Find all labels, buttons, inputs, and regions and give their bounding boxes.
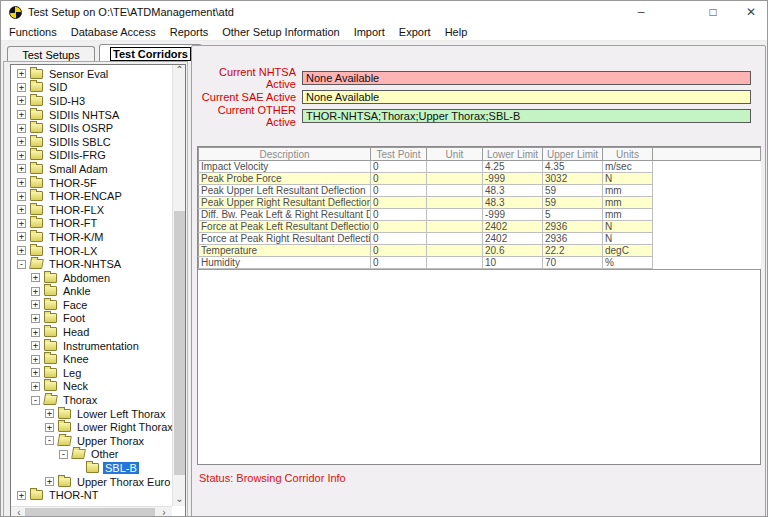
expand-plus-icon[interactable]: +	[31, 314, 40, 323]
expand-plus-icon[interactable]: +	[17, 192, 26, 201]
field-value-current-nhtsa-active[interactable]: None Available	[302, 71, 751, 85]
table-row[interactable]: Peak Upper Right Resultant Deflection048…	[199, 197, 761, 209]
tree-item-thor-flx[interactable]: +THOR-FLX	[11, 203, 172, 217]
tree-item-thor-lx[interactable]: +THOR-LX	[11, 244, 172, 258]
tree-item-sidiis-frg[interactable]: +SIDIIs-FRG	[11, 149, 172, 163]
expand-plus-icon[interactable]: +	[17, 96, 26, 105]
tree-item-face[interactable]: +Face	[11, 298, 172, 312]
tree-item-thor-nhtsa[interactable]: -THOR-NHTSA	[11, 257, 172, 271]
tree-item-sid[interactable]: +SID	[11, 81, 172, 95]
tree-item-abdomen[interactable]: +Abdomen	[11, 271, 172, 285]
expand-plus-icon[interactable]: +	[17, 178, 26, 187]
tree-item-thor-k-m[interactable]: +THOR-K/M	[11, 230, 172, 244]
table-row[interactable]: Force at Peak Right Resultant Deflection…	[199, 233, 761, 245]
table-row[interactable]: Humidity01070%	[199, 257, 761, 269]
tree-item-thor-encap[interactable]: +THOR-ENCAP	[11, 189, 172, 203]
scroll-up-icon[interactable]: ⌃	[173, 65, 186, 77]
tree-item-thor-ft[interactable]: +THOR-FT	[11, 217, 172, 231]
tree-item-lower-left-thorax[interactable]: +Lower Left Thorax	[11, 407, 172, 421]
expand-plus-icon[interactable]: +	[31, 355, 40, 364]
column-header-test-point[interactable]: Test Point	[371, 148, 427, 161]
tab-test-setups[interactable]: Test Setups	[7, 46, 95, 62]
expand-plus-icon[interactable]: +	[31, 287, 40, 296]
tree-item-sbl-b[interactable]: SBL-B	[11, 461, 172, 475]
expand-plus-icon[interactable]: +	[31, 341, 40, 350]
menu-item-help[interactable]: Help	[445, 26, 468, 38]
menu-item-export[interactable]: Export	[399, 26, 431, 38]
expand-plus-icon[interactable]: +	[45, 477, 54, 486]
vertical-scroll-thumb[interactable]	[174, 211, 185, 476]
scroll-right-icon[interactable]: ›	[158, 507, 170, 517]
field-value-current-other-active[interactable]: THOR-NHTSA;Thorax;Upper Thorax;SBL-B	[302, 109, 751, 123]
tab-test-corridors[interactable]: Test Corridors	[99, 44, 202, 62]
tree-item-neck[interactable]: +Neck	[11, 380, 172, 394]
scroll-left-icon[interactable]: ‹	[13, 507, 25, 517]
column-header-lower-limit[interactable]: Lower Limit	[483, 148, 543, 161]
column-header-description[interactable]: Description	[199, 148, 371, 161]
column-header-unit[interactable]: Unit	[427, 148, 483, 161]
tree-item-knee[interactable]: +Knee	[11, 352, 172, 366]
expand-plus-icon[interactable]: +	[17, 164, 26, 173]
tree-item-foot[interactable]: +Foot	[11, 312, 172, 326]
menu-item-database-access[interactable]: Database Access	[71, 26, 156, 38]
menu-item-functions[interactable]: Functions	[9, 26, 57, 38]
menu-item-other-setup-information[interactable]: Other Setup Information	[222, 26, 339, 38]
tree-item-sidiis-nhtsa[interactable]: +SIDIIs NHTSA	[11, 108, 172, 122]
tree-item-sidiis-sblc[interactable]: +SIDIIs SBLC	[11, 135, 172, 149]
expand-plus-icon[interactable]: +	[17, 124, 26, 133]
tree-item-leg[interactable]: +Leg	[11, 366, 172, 380]
expand-plus-icon[interactable]: +	[45, 409, 54, 418]
tree-horizontal-scrollbar[interactable]: ‹ ›	[11, 506, 172, 517]
expand-plus-icon[interactable]: +	[17, 110, 26, 119]
table-row[interactable]: Temperature020.622.2degC	[199, 245, 761, 257]
tree-item-sensor-eval[interactable]: +Sensor Eval	[11, 67, 172, 81]
tree-item-upper-thorax-euro-ncap[interactable]: +Upper Thorax Euro NCAP	[11, 475, 172, 489]
tree-item-lower-right-thorax[interactable]: +Lower Right Thorax	[11, 420, 172, 434]
expand-plus-icon[interactable]: +	[17, 246, 26, 255]
table-row[interactable]: Diff. Bw. Peak Left & Right Resultant De…	[199, 209, 761, 221]
tree-item-small-adam[interactable]: +Small Adam	[11, 162, 172, 176]
expand-plus-icon[interactable]: +	[31, 382, 40, 391]
collapse-minus-icon[interactable]: -	[31, 396, 40, 405]
expand-plus-icon[interactable]: +	[31, 273, 40, 282]
tree-item-thor-nt[interactable]: +THOR-NT	[11, 488, 172, 502]
expand-plus-icon[interactable]: +	[31, 300, 40, 309]
expand-plus-icon[interactable]: +	[31, 328, 40, 337]
expand-plus-icon[interactable]: +	[17, 69, 26, 78]
expand-plus-icon[interactable]: +	[17, 137, 26, 146]
expand-plus-icon[interactable]: +	[17, 151, 26, 160]
tree-item-sid-h3[interactable]: +SID-H3	[11, 94, 172, 108]
table-row[interactable]: Peak Probe Force0-9993032N	[199, 173, 761, 185]
tree-item-instrumentation[interactable]: +Instrumentation	[11, 339, 172, 353]
column-header-upper-limit[interactable]: Upper Limit	[543, 148, 603, 161]
expand-plus-icon[interactable]: +	[17, 83, 26, 92]
collapse-minus-icon[interactable]: -	[59, 450, 68, 459]
tree-item-thor-5f[interactable]: +THOR-5F	[11, 176, 172, 190]
tree-vertical-scrollbar[interactable]: ⌃ ⌄	[172, 65, 185, 506]
expand-plus-icon[interactable]: +	[17, 491, 26, 500]
horizontal-scroll-thumb[interactable]	[25, 508, 155, 517]
column-header-units[interactable]: Units	[603, 148, 653, 161]
table-row[interactable]: Peak Upper Left Resultant Deflection048.…	[199, 185, 761, 197]
tree-item-upper-thorax[interactable]: -Upper Thorax	[11, 434, 172, 448]
expand-plus-icon[interactable]: +	[17, 205, 26, 214]
tree-item-thorax[interactable]: -Thorax	[11, 393, 172, 407]
expand-plus-icon[interactable]: +	[31, 368, 40, 377]
menu-item-reports[interactable]: Reports	[170, 26, 209, 38]
collapse-minus-icon[interactable]: -	[45, 436, 54, 445]
tree-item-ankle[interactable]: +Ankle	[11, 285, 172, 299]
expand-plus-icon[interactable]: +	[17, 219, 26, 228]
tree-item-sidiis-osrp[interactable]: +SIDIIs OSRP	[11, 121, 172, 135]
collapse-minus-icon[interactable]: -	[17, 260, 26, 269]
menu-item-import[interactable]: Import	[354, 26, 385, 38]
expand-plus-icon[interactable]: +	[45, 423, 54, 432]
minimize-button[interactable]: –	[621, 1, 661, 23]
tree-item-other[interactable]: -Other	[11, 448, 172, 462]
table-row[interactable]: Impact Velocity04.254.35m/sec	[199, 161, 761, 173]
close-button[interactable]: ✕	[731, 1, 768, 23]
field-value-current-sae-active[interactable]: None Available	[302, 90, 751, 104]
expand-plus-icon[interactable]: +	[17, 232, 26, 241]
scroll-down-icon[interactable]: ⌄	[173, 494, 186, 506]
table-row[interactable]: Force at Peak Left Resultant Deflection0…	[199, 221, 761, 233]
maximize-button[interactable]: □	[693, 1, 733, 23]
